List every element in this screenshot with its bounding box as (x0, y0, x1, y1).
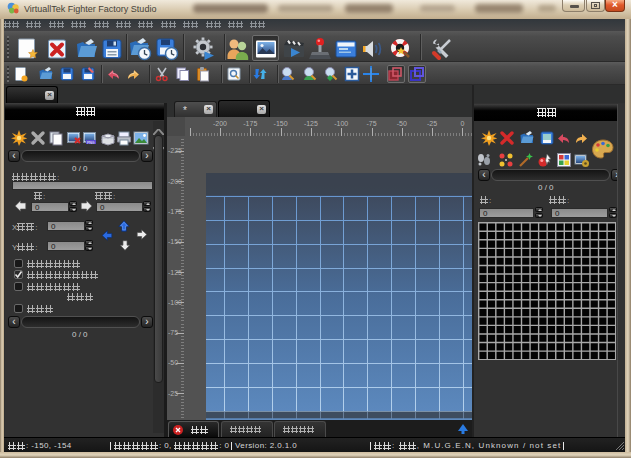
svg-text:-200: -200 (168, 178, 182, 185)
svg-text:-175: -175 (168, 208, 182, 215)
svg-text:-175: -175 (243, 120, 257, 127)
svg-text:-75: -75 (168, 329, 178, 336)
svg-text:-225: -225 (168, 147, 182, 154)
svg-text:-25: -25 (427, 120, 437, 127)
svg-text:-150: -150 (168, 238, 182, 245)
svg-text:-100: -100 (334, 120, 348, 127)
svg-text:-25: -25 (168, 390, 178, 397)
svg-text:-100: -100 (168, 299, 182, 306)
svg-text:-50: -50 (397, 120, 407, 127)
svg-text:-200: -200 (213, 120, 227, 127)
svg-text:-125: -125 (304, 120, 318, 127)
svg-text:0: 0 (460, 120, 464, 127)
svg-text:PNG: PNG (87, 141, 95, 145)
svg-text:-50: -50 (168, 359, 178, 366)
svg-text:-75: -75 (366, 120, 376, 127)
svg-text:-150: -150 (274, 120, 288, 127)
svg-text:-125: -125 (168, 269, 182, 276)
